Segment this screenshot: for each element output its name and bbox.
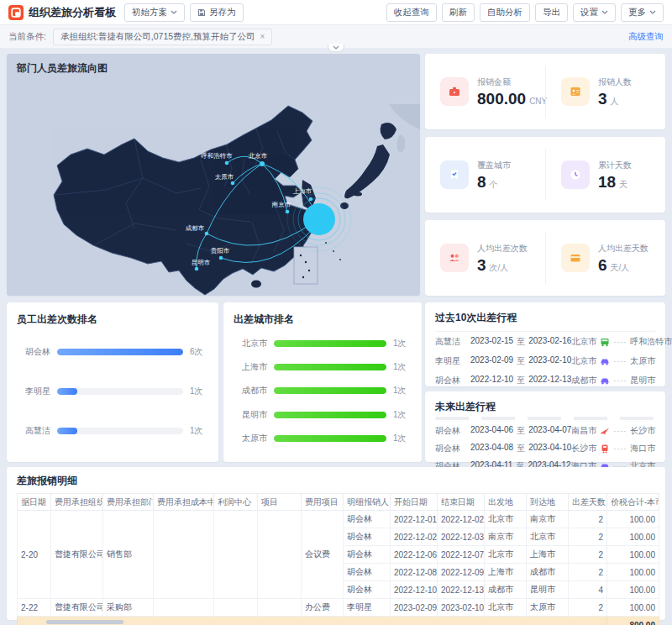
bar-track <box>274 340 386 347</box>
page-title: 组织差旅分析看板 <box>29 5 116 20</box>
more-button[interactable]: 更多 <box>621 3 664 22</box>
advanced-query-link[interactable]: 高级查询 <box>628 31 664 43</box>
bar-label: 太原市 <box>234 433 267 444</box>
travel-flow-map-panel: 部门人员差旅流向图 <box>7 54 420 296</box>
bar-track <box>57 388 183 395</box>
city-label: 昆明市 <box>192 259 211 266</box>
clipped-row-hint <box>435 417 655 420</box>
table-header-row: 据日期 费用承担组织 费用承担部门 费用承担成本中心 利润中心 项目 费用项目 … <box>18 494 659 511</box>
map-title: 部门人员差旅流向图 <box>17 61 108 76</box>
horizontal-scrollbar[interactable] <box>46 620 123 624</box>
city-label: 太原市 <box>215 173 234 181</box>
col-org: 费用承担组织 <box>51 494 103 511</box>
scheme-select-button[interactable]: 初始方案 <box>124 3 185 22</box>
chevron-down-icon <box>333 45 339 50</box>
city-label: 北京市 <box>249 152 268 160</box>
settings-button[interactable]: 设置 <box>573 3 616 22</box>
plane-icon <box>600 426 610 436</box>
self-analysis-button[interactable]: 自助分析 <box>480 3 530 22</box>
bar-row: 成都市 1次 <box>234 385 412 397</box>
bar-value: 1次 <box>393 433 412 444</box>
stat-total-days: 累计天数 18天 <box>545 149 665 201</box>
save-as-button[interactable]: 另存为 <box>190 3 244 22</box>
city-label: 南京市 <box>271 201 291 208</box>
bar-track <box>274 364 386 370</box>
car-icon <box>600 356 610 366</box>
collapse-query-button[interactable]: 收起查询 <box>386 3 437 22</box>
trip-person: 李明星 <box>435 355 470 367</box>
stat-covered-cities: 覆盖城市 8个 <box>425 160 545 191</box>
chevron-down-icon <box>601 10 608 14</box>
bar-fill <box>274 435 386 442</box>
person-card-icon <box>561 77 590 106</box>
col-doc-date: 据日期 <box>18 494 51 511</box>
bar-label: 高慧洁 <box>17 425 50 437</box>
bar-value: 1次 <box>393 409 412 421</box>
col-project: 项目 <box>258 494 302 511</box>
trip-person: 胡会林 <box>435 443 470 454</box>
bar-row: 太原市 1次 <box>234 433 412 444</box>
bar-label: 胡会林 <box>17 346 50 358</box>
trip-to-city: 昆明市 <box>630 375 655 386</box>
bar-value: 6次 <box>190 346 208 358</box>
train-icon <box>600 444 610 454</box>
future-trips-title: 未来出差行程 <box>435 400 655 414</box>
stat-reimbursed-amount: 报销金额 800.00CNY <box>425 76 545 108</box>
bar-fill <box>274 340 386 347</box>
bar-label: 昆明市 <box>234 409 267 421</box>
trip-from-city: 北京市 <box>571 355 596 367</box>
app-logo-icon <box>8 5 24 20</box>
bar-fill <box>274 364 386 370</box>
trip-row: 李明星 2023-02-09至2023-02-10 北京市 ---- 太原市 <box>435 351 655 370</box>
app-header: 组织差旅分析看板 初始方案 另存为 收起查询 刷新 自助分析 导出 设置 更多 <box>0 0 672 25</box>
bar-label: 成都市 <box>234 385 267 397</box>
trip-row: 胡会林 2023-04-08至2023-04-10 长沙市 ---- 海口市 <box>435 439 655 457</box>
save-icon <box>197 8 206 17</box>
bar-value: 1次 <box>393 385 412 397</box>
wallet-icon <box>440 77 469 106</box>
bar-fill <box>57 428 77 434</box>
bar-fill <box>57 388 77 395</box>
city-ranking-panel: 出差城市排名 北京市 1次 上海市 1次 成都市 1次 昆明市 1次 太原市 1… <box>223 302 422 462</box>
stat-trips-per-person: 人均出差次数 3次/人 <box>425 243 545 274</box>
bar-label: 北京市 <box>234 338 267 349</box>
trip-to-city: 长沙市 <box>630 425 655 437</box>
export-button[interactable]: 导出 <box>535 3 568 22</box>
filter-condition-text: 承担组织:普捷有限公司,0715费控,预算开始了公司 <box>60 31 255 43</box>
route-dash: ---- <box>613 427 627 435</box>
trip-person: 胡会林 <box>435 375 470 386</box>
expense-detail-title: 差旅报销明细 <box>17 474 655 488</box>
bar-value: 1次 <box>393 361 412 373</box>
bar-row: 胡会林 6次 <box>17 346 208 358</box>
bar-row: 北京市 1次 <box>234 338 412 349</box>
car-icon <box>600 376 610 386</box>
trip-to-city: 呼和浩特市 <box>630 336 672 348</box>
past-trips-panel: 过去10次出差行程 高慧洁 2023-02-15至2023-02-16 北京市 … <box>425 302 665 386</box>
city-label: 贵阳市 <box>211 247 230 255</box>
refresh-button[interactable]: 刷新 <box>442 3 475 22</box>
col-dept: 费用承担部门 <box>103 494 154 511</box>
future-trips-panel: 未来出差行程 胡会林 2023-04-06至2023-04-07 南昌市 ---… <box>425 391 665 462</box>
col-expense-item: 费用项目 <box>302 494 344 511</box>
past-trips-title: 过去10次出差行程 <box>435 311 655 325</box>
filter-condition-tag[interactable]: 承担组织:普捷有限公司,0715费控,预算开始了公司 × <box>53 29 272 45</box>
col-start-date: 开始日期 <box>391 494 438 511</box>
city-label: 呼和浩特市 <box>201 152 233 160</box>
col-cost-center: 费用承担成本中心 <box>154 494 214 511</box>
bookmark-check-icon <box>440 160 469 189</box>
bar-row: 高慧洁 1次 <box>17 425 208 437</box>
stat-card-per-capita: 人均出差次数 3次/人 人均出差天数 6天/人 <box>425 220 665 296</box>
trip-row: 胡会林 2023-04-06至2023-04-07 南昌市 ---- 长沙市 <box>435 422 655 439</box>
bar-fill <box>57 349 183 355</box>
col-amount: 价税合计-本币 <box>607 494 659 511</box>
people-icon <box>440 244 469 272</box>
bar-track <box>57 428 183 434</box>
trip-from-city: 长沙市 <box>571 443 596 454</box>
bar-row: 李明星 1次 <box>17 386 208 397</box>
south-china-sea-inset <box>294 247 318 284</box>
tag-remove-icon[interactable]: × <box>260 32 265 41</box>
col-profit-center: 利润中心 <box>214 494 258 511</box>
stat-card-amount-people: 报销金额 800.00CNY 报销人数 3人 <box>425 54 665 129</box>
chevron-down-icon <box>171 10 177 14</box>
filter-collapse-toggle[interactable] <box>328 44 344 52</box>
